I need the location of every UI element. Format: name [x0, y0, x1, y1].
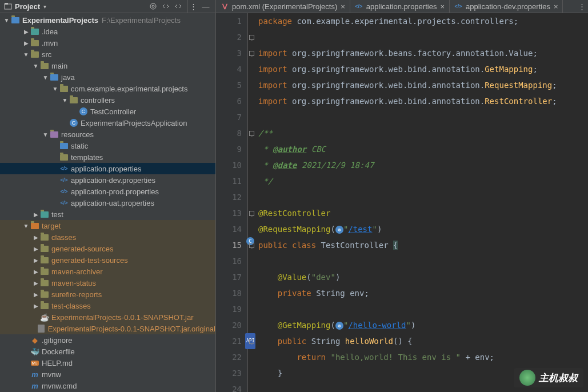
tree-item[interactable]: static	[0, 140, 215, 151]
line-number[interactable]: 1	[216, 13, 242, 29]
tree-toggle-icon[interactable]: ▶	[31, 303, 40, 309]
code-line[interactable]: public String helloWorld() {	[258, 333, 588, 349]
tree-toggle-icon[interactable]: ▶	[22, 29, 30, 35]
tree-toggle-icon[interactable]: ▼	[31, 63, 40, 69]
tree-item[interactable]: ▶generated-test-sources	[0, 254, 215, 266]
close-icon[interactable]: ×	[554, 2, 558, 11]
target-icon[interactable]	[147, 0, 159, 13]
fold-marker[interactable]	[248, 93, 255, 109]
tree-item[interactable]: ◆.gitignore	[0, 334, 215, 346]
line-number[interactable]: 12	[216, 189, 242, 205]
tree-item[interactable]: ExperimentalProjects-0.0.1-SNAPSHOT.jar.…	[0, 323, 215, 334]
editor-tab[interactable]: Ⅴpom.xml (ExperimentalProjects)×	[216, 0, 350, 13]
fold-marker[interactable]	[248, 381, 255, 392]
tree-item[interactable]: mmvnw.cmd	[0, 380, 215, 391]
code-line[interactable]	[258, 253, 588, 269]
line-number[interactable]: 20	[216, 317, 242, 333]
fold-marker[interactable]	[248, 205, 255, 221]
tree-toggle-icon[interactable]: ▶	[31, 291, 40, 298]
line-number[interactable]: 13	[216, 205, 242, 221]
tree-item[interactable]: ▶test	[0, 209, 215, 220]
line-number[interactable]: 6	[216, 93, 242, 109]
line-number[interactable]: 9	[216, 141, 242, 157]
tree-item[interactable]: ▼controllers	[0, 94, 215, 106]
tree-item[interactable]: CTestController	[0, 106, 215, 117]
tree-item[interactable]: ▶.idea	[0, 26, 215, 37]
tree-item[interactable]: ▶surefire-reports	[0, 289, 215, 300]
close-icon[interactable]: ×	[440, 2, 445, 11]
tree-item[interactable]: ▼resources	[0, 129, 215, 140]
tree-item[interactable]: ☕ExperimentalProjects-0.0.1-SNAPSHOT.jar	[0, 311, 215, 323]
tree-item[interactable]: mmvnw	[0, 369, 215, 380]
tree-item[interactable]: templates	[0, 151, 215, 163]
line-number[interactable]: 22	[216, 349, 242, 365]
code-line[interactable]	[258, 29, 588, 45]
fold-marker[interactable]	[248, 125, 255, 141]
code-line[interactable]: * @author CBC	[258, 141, 588, 157]
tree-item[interactable]: </>application.properties	[0, 163, 215, 174]
line-number[interactable]: 24	[216, 381, 242, 392]
project-view-dropdown-icon[interactable]: ▾	[43, 3, 46, 10]
tree-toggle-icon[interactable]: ▶	[31, 211, 40, 218]
fold-marker[interactable]	[248, 109, 255, 125]
tree-item[interactable]: 🐳Dockerfile	[0, 346, 215, 357]
tree-toggle-icon[interactable]: ▶	[31, 246, 40, 252]
line-number[interactable]: 7	[216, 109, 242, 125]
editor-tab[interactable]: </>application-dev.properties×	[450, 0, 563, 13]
code-line[interactable]: */	[258, 173, 588, 189]
line-number[interactable]: 11	[216, 173, 242, 189]
line-number[interactable]: 4	[216, 61, 242, 77]
fold-marker[interactable]	[248, 157, 255, 173]
fold-marker[interactable]	[248, 189, 255, 205]
line-number[interactable]: 17	[216, 269, 242, 285]
close-icon[interactable]: ×	[341, 2, 345, 11]
tree-item[interactable]: ▶maven-status	[0, 277, 215, 289]
line-number[interactable]: 8	[216, 125, 242, 141]
tree-item[interactable]: ▼java	[0, 71, 215, 83]
tree-item[interactable]: ▶classes	[0, 231, 215, 243]
line-number[interactable]: 23	[216, 365, 242, 381]
code-line[interactable]	[258, 301, 588, 317]
tree-item[interactable]: CExperimentalProjectsApplication	[0, 117, 215, 129]
line-number[interactable]: 21API	[216, 333, 242, 349]
line-number[interactable]: 16	[216, 253, 242, 269]
line-number[interactable]: 2	[216, 29, 242, 45]
fold-marker[interactable]	[248, 285, 255, 301]
tree-item[interactable]: ▼target	[0, 220, 215, 231]
hide-icon[interactable]: —	[199, 0, 212, 13]
tree-toggle-icon[interactable]: ▶	[31, 269, 40, 275]
tree-toggle-icon[interactable]: ▼	[51, 86, 59, 92]
fold-marker[interactable]	[248, 13, 255, 29]
code-line[interactable]: public class TestController {	[258, 237, 588, 253]
tree-item[interactable]: ▼main	[0, 60, 215, 71]
tree-toggle-icon[interactable]: ▶	[31, 280, 40, 286]
line-number[interactable]: 3	[216, 45, 242, 61]
tree-root[interactable]: ▼ ExperimentalProjects F:\ExperimentalPr…	[0, 14, 215, 26]
expand-all-icon[interactable]	[159, 0, 172, 13]
line-number[interactable]: 18	[216, 285, 242, 301]
tree-item[interactable]: ▶test-classes	[0, 300, 215, 311]
code-line[interactable]: private String env;	[258, 285, 588, 301]
code-line[interactable]: import org.springframework.beans.factory…	[258, 45, 588, 61]
fold-marker[interactable]	[248, 269, 255, 285]
gear-icon[interactable]: ⋮	[187, 0, 199, 13]
chevron-down-icon[interactable]: ▼	[2, 17, 11, 23]
tree-toggle-icon[interactable]: ▶	[22, 40, 30, 46]
tree-item[interactable]: ▶.mvn	[0, 37, 215, 49]
code-line[interactable]: @RequestMapping(⊗"/test")	[258, 221, 588, 237]
tree-item[interactable]: ▼src	[0, 49, 215, 60]
line-gutter[interactable]: 123456789101112131415C161718192021API222…	[216, 13, 248, 392]
code-line[interactable]: @Value("dev")	[258, 269, 588, 285]
code-line[interactable]: return "hello,world! This env is " + env…	[258, 349, 588, 365]
tree-item[interactable]: </>application-dev.properties	[0, 174, 215, 186]
tree-toggle-icon[interactable]: ▼	[22, 51, 30, 58]
code-line[interactable]: /**	[258, 125, 588, 141]
code-line[interactable]: @RestController	[258, 205, 588, 221]
code-line[interactable]: package com.example.experimental.project…	[258, 13, 588, 29]
tree-item[interactable]: ▶generated-sources	[0, 243, 215, 254]
code-editor[interactable]: 123456789101112131415C161718192021API222…	[216, 13, 588, 392]
line-number[interactable]: 10	[216, 157, 242, 173]
code-line[interactable]: @GetMapping(⊗"/hello-world")	[258, 317, 588, 333]
tree-toggle-icon[interactable]: ▼	[61, 97, 69, 103]
fold-marker[interactable]	[248, 301, 255, 317]
